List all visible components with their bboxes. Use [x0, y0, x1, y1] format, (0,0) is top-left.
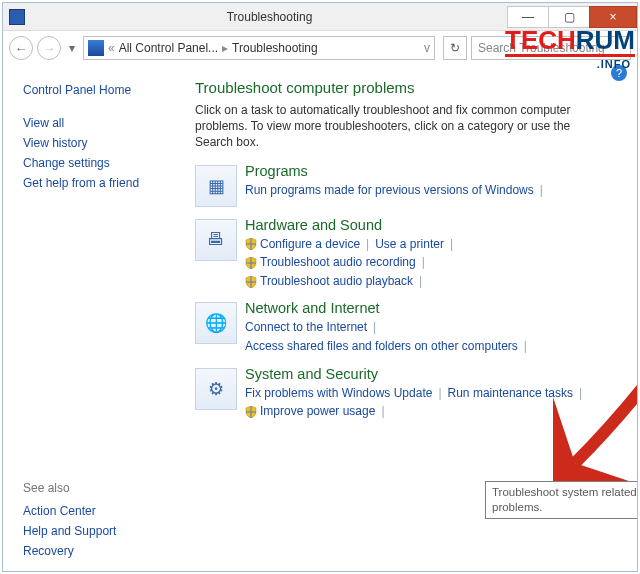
page-heading: Troubleshoot computer problems [195, 79, 623, 96]
divider: | [416, 255, 431, 269]
troubleshooter-link[interactable]: Access shared files and folders on other… [245, 339, 518, 353]
nav-row: ← → ▾ « All Control Panel... ▸ Troublesh… [3, 31, 637, 65]
titlebar: Troubleshooting — ▢ × [3, 3, 637, 31]
svg-rect-3 [251, 257, 252, 269]
category: 🖶Hardware and SoundConfigure a device|Us… [195, 217, 623, 291]
control-panel-icon [88, 40, 104, 56]
category-links: Run programs made for previous versions … [245, 181, 623, 200]
close-button[interactable]: × [589, 6, 637, 28]
svg-rect-1 [251, 238, 252, 250]
category: 🌐Network and InternetConnect to the Inte… [195, 300, 623, 355]
troubleshooter-link[interactable]: Run programs made for previous versions … [245, 183, 534, 197]
back-button[interactable]: ← [9, 36, 33, 60]
divider: | [360, 237, 375, 251]
troubleshooter-link[interactable]: Improve power usage [245, 404, 375, 418]
category-links: Fix problems with Windows Update|Run mai… [245, 384, 623, 421]
divider: | [367, 320, 382, 334]
sidebar-link-view-all[interactable]: View all [23, 116, 183, 130]
seealso-link-recovery[interactable]: Recovery [23, 544, 183, 558]
category-icon: ⚙ [195, 368, 237, 410]
breadcrumb-item-2[interactable]: Troubleshooting [232, 41, 318, 55]
sidebar-link-view-history[interactable]: View history [23, 136, 183, 150]
help-icon[interactable]: ? [611, 65, 627, 81]
divider: | [413, 274, 428, 288]
category-heading[interactable]: Programs [245, 163, 623, 179]
category-links: Configure a device|Use a printer|Trouble… [245, 235, 623, 291]
troubleshooter-link[interactable]: Run maintenance tasks [448, 386, 573, 400]
forward-button[interactable]: → [37, 36, 61, 60]
see-also-heading: See also [23, 481, 183, 495]
window-title: Troubleshooting [31, 10, 508, 24]
breadcrumb[interactable]: « All Control Panel... ▸ Troubleshooting… [83, 36, 435, 60]
troubleshooter-link[interactable]: Troubleshoot audio playback [245, 274, 413, 288]
seealso-link-action-center[interactable]: Action Center [23, 504, 183, 518]
breadcrumb-dropdown-icon[interactable]: v [424, 41, 430, 55]
divider: | [518, 339, 533, 353]
divider: | [432, 386, 447, 400]
troubleshooter-link[interactable]: Use a printer [375, 237, 444, 251]
main-content: ? Troubleshoot computer problems Click o… [193, 65, 637, 571]
divider: | [444, 237, 459, 251]
category-heading[interactable]: Network and Internet [245, 300, 623, 316]
sidebar: Control Panel Home View all View history… [3, 65, 193, 571]
app-icon [9, 9, 25, 25]
divider: | [375, 404, 390, 418]
troubleshooter-link[interactable]: Troubleshoot audio recording [245, 255, 416, 269]
divider: | [573, 386, 588, 400]
breadcrumb-item-1[interactable]: All Control Panel... [119, 41, 218, 55]
tooltip: Troubleshoot system related problems. [485, 481, 638, 519]
chevron-left-icon: « [108, 41, 115, 55]
category-icon: 🌐 [195, 302, 237, 344]
page-description: Click on a task to automatically trouble… [195, 102, 595, 151]
history-dropdown-icon[interactable]: ▾ [65, 41, 79, 55]
category: ⚙System and SecurityFix problems with Wi… [195, 366, 623, 421]
category-heading[interactable]: Hardware and Sound [245, 217, 623, 233]
sidebar-link-change-settings[interactable]: Change settings [23, 156, 183, 170]
maximize-button[interactable]: ▢ [548, 6, 590, 28]
sidebar-link-get-help[interactable]: Get help from a friend [23, 176, 183, 190]
category-icon: ▦ [195, 165, 237, 207]
troubleshooter-link[interactable]: Fix problems with Windows Update [245, 386, 432, 400]
seealso-link-help-support[interactable]: Help and Support [23, 524, 183, 538]
refresh-button[interactable]: ↻ [443, 36, 467, 60]
control-panel-home-link[interactable]: Control Panel Home [23, 83, 183, 97]
divider: | [534, 183, 549, 197]
category-links: Connect to the Internet|Access shared fi… [245, 318, 623, 355]
category: ▦ProgramsRun programs made for previous … [195, 163, 623, 207]
category-icon: 🖶 [195, 219, 237, 261]
svg-rect-5 [251, 276, 252, 288]
troubleshooter-link[interactable]: Configure a device [245, 237, 360, 251]
minimize-button[interactable]: — [507, 6, 549, 28]
troubleshooter-link[interactable]: Connect to the Internet [245, 320, 367, 334]
category-heading[interactable]: System and Security [245, 366, 623, 382]
svg-rect-7 [251, 406, 252, 418]
chevron-right-icon: ▸ [222, 41, 228, 55]
search-input[interactable]: Search Troubleshooting [471, 36, 631, 60]
